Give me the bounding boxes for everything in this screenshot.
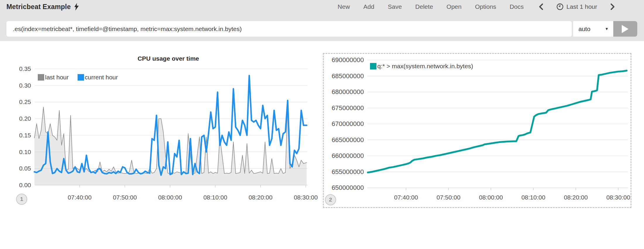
cpu-x-tick-label: 08:20:00 — [249, 194, 273, 201]
cpu-y-tick-label: 0.10 — [19, 149, 31, 155]
net-y-tick-label: 680000000 — [332, 88, 364, 95]
legend-item-current-hour: current hour — [78, 74, 118, 81]
net-y-tick-label: 655000000 — [332, 168, 364, 175]
net-y-tick-label: 665000000 — [332, 136, 364, 144]
header: Metricbeat Example New Add Save Delete O… — [0, 0, 644, 41]
legend-item-network-bytes: q:* > max(system.network.in.bytes) — [370, 63, 473, 70]
lightning-icon — [74, 3, 79, 11]
cpu-x-tick-label: 07:50:00 — [113, 194, 137, 201]
net-y-tick-label: 675000000 — [332, 104, 364, 112]
legend-swatch-current-hour — [78, 74, 84, 81]
cpu-x-tick-label: 08:30:00 — [294, 194, 318, 201]
cpu-y-tick-label: 0.25 — [19, 98, 31, 105]
menu-item-save[interactable]: Save — [388, 3, 402, 10]
interval-selected-value: auto — [578, 25, 590, 33]
charts-canvas[interactable]: 0.000.050.100.150.200.250.300.3507:40:00… — [0, 41, 644, 249]
net-y-tick-label: 650000000 — [332, 184, 364, 191]
cpu-y-tick-label: 0.35 — [19, 65, 31, 72]
interval-dropdown[interactable]: auto ▼ — [573, 21, 613, 37]
cpu-y-tick-label: 0.00 — [19, 182, 31, 188]
net-x-tick-label: 07:40:00 — [394, 194, 418, 201]
net-y-tick-label: 670000000 — [332, 120, 364, 127]
net-x-tick-label: 07:50:00 — [436, 194, 460, 201]
cpu-chart-legend: last hour current hour — [38, 74, 118, 81]
legend-swatch-last-hour — [38, 74, 44, 81]
net-x-tick-label: 08:20:00 — [564, 194, 588, 201]
net-chart-legend: q:* > max(system.network.in.bytes) — [370, 63, 473, 70]
title-wrap: Metricbeat Example — [6, 0, 79, 13]
caret-down-icon: ▼ — [605, 27, 609, 31]
cpu-y-tick-label: 0.30 — [19, 82, 31, 89]
cpu-chart-title: CPU usage over time — [85, 55, 252, 62]
page-title: Metricbeat Example — [6, 3, 71, 11]
chevron-right-icon[interactable] — [611, 4, 615, 10]
timelion-expression-input[interactable] — [6, 21, 572, 37]
chevron-left-icon[interactable] — [539, 4, 543, 10]
menu-item-add[interactable]: Add — [363, 3, 374, 10]
menu-item-open[interactable]: Open — [446, 3, 461, 10]
cpu-x-tick-label: 08:10:00 — [203, 194, 227, 201]
legend-label-network-bytes: q:* > max(system.network.in.bytes) — [377, 63, 473, 70]
cpu-y-tick-label: 0.15 — [19, 132, 31, 139]
panel-2-badge: 2 — [325, 194, 336, 205]
play-icon — [622, 25, 629, 33]
cpu-x-tick-label: 08:00:00 — [158, 194, 182, 201]
timelion-app: Metricbeat Example New Add Save Delete O… — [0, 0, 644, 249]
cpu-y-tick-label: 0.05 — [19, 165, 31, 172]
time-range-picker[interactable]: Last 1 hour — [556, 3, 597, 10]
net-y-tick-label: 660000000 — [332, 152, 364, 159]
legend-label-current-hour: current hour — [85, 74, 118, 81]
legend-item-last-hour: last hour — [38, 74, 69, 81]
menu-item-docs[interactable]: Docs — [510, 3, 524, 10]
menu-item-new[interactable]: New — [338, 3, 350, 10]
net-x-tick-label: 08:00:00 — [479, 194, 503, 201]
net-x-tick-label: 08:30:00 — [606, 194, 630, 201]
net-y-tick-label: 685000000 — [332, 72, 364, 80]
cpu-x-tick-label: 07:40:00 — [68, 194, 92, 201]
cpu-y-tick-label: 0.20 — [19, 115, 31, 122]
menu-item-options[interactable]: Options — [475, 3, 496, 10]
time-range-label: Last 1 hour — [566, 3, 597, 10]
run-query-button[interactable] — [613, 21, 637, 37]
menu-item-delete[interactable]: Delete — [415, 3, 433, 10]
net-y-tick-label: 690000000 — [332, 56, 364, 64]
legend-label-last-hour: last hour — [45, 74, 69, 81]
legend-swatch-network-bytes — [370, 63, 376, 69]
net-x-tick-label: 08:10:00 — [521, 194, 545, 201]
net-series-line — [368, 71, 627, 173]
panel-1-badge: 1 — [16, 194, 27, 205]
clock-icon — [556, 3, 564, 10]
top-menu: New Add Save Delete Open Options Docs La… — [338, 0, 615, 13]
